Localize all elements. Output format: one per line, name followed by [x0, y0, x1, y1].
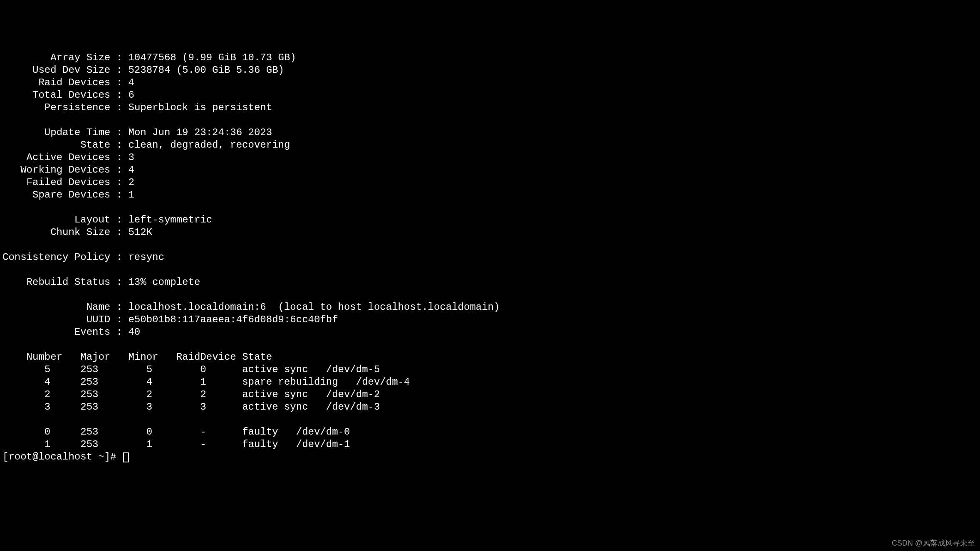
- table-row: 1 253 1 - faulty /dev/dm-1: [2, 439, 350, 450]
- field-label: Failed Devices :: [2, 177, 128, 188]
- field-label: Update Time :: [2, 127, 128, 138]
- cursor-icon[interactable]: [123, 452, 129, 462]
- field-label: Spare Devices :: [2, 189, 128, 200]
- field-label: UUID :: [2, 314, 128, 325]
- field-label: Raid Devices :: [2, 77, 128, 88]
- field-label: Total Devices :: [2, 89, 128, 101]
- field-value: 3: [128, 152, 134, 163]
- field-label: Array Size :: [2, 52, 128, 63]
- field-label: Chunk Size :: [2, 227, 128, 238]
- watermark-text: CSDN @风落成风寻未至: [892, 539, 975, 548]
- field-value: clean, degraded, recovering: [128, 139, 290, 151]
- field-value: e50b01b8:117aaeea:4f6d08d9:6cc40fbf: [128, 314, 338, 325]
- field-value: left-symmetric: [128, 214, 212, 225]
- field-value: 10477568 (9.99 GiB 10.73 GB): [128, 52, 296, 63]
- field-value: 4: [128, 164, 134, 175]
- field-label: Persistence :: [2, 102, 128, 113]
- field-value: 13% complete: [128, 277, 200, 288]
- field-value: 2: [128, 177, 134, 188]
- field-label: State :: [2, 139, 128, 151]
- field-label: Consistency Policy :: [2, 252, 128, 263]
- table-row: 5 253 5 0 active sync /dev/dm-5: [2, 364, 380, 375]
- field-value: 5238784 (5.00 GiB 5.36 GB): [128, 64, 284, 76]
- field-label: Events :: [2, 326, 128, 338]
- field-label: Active Devices :: [2, 152, 128, 163]
- table-header-row: Number Major Minor RaidDevice State: [2, 351, 272, 363]
- field-value: 1: [128, 189, 134, 200]
- field-label: Used Dev Size :: [2, 64, 128, 76]
- field-value: resync: [128, 252, 164, 263]
- field-label: Rebuild Status :: [2, 277, 128, 288]
- table-row: 0 253 0 - faulty /dev/dm-0: [2, 426, 350, 437]
- table-row: 2 253 2 2 active sync /dev/dm-2: [2, 389, 380, 400]
- shell-prompt: [root@localhost ~]#: [2, 451, 122, 462]
- field-value: Superblock is persistent: [128, 102, 272, 113]
- field-value: localhost.localdomain:6 (local to host l…: [128, 301, 500, 313]
- field-label: Name :: [2, 301, 128, 313]
- field-value: 6: [128, 89, 134, 101]
- table-row: 3 253 3 3 active sync /dev/dm-3: [2, 401, 380, 413]
- field-value: Mon Jun 19 23:24:36 2023: [128, 127, 272, 138]
- field-label: Working Devices :: [2, 164, 128, 175]
- field-value: 512K: [128, 227, 152, 238]
- field-value: 4: [128, 77, 134, 88]
- field-label: Layout :: [2, 214, 128, 225]
- field-value: 40: [128, 326, 140, 338]
- terminal-output[interactable]: Array Size : 10477568 (9.99 GiB 10.73 GB…: [0, 50, 980, 465]
- table-row: 4 253 4 1 spare rebuilding /dev/dm-4: [2, 376, 410, 388]
